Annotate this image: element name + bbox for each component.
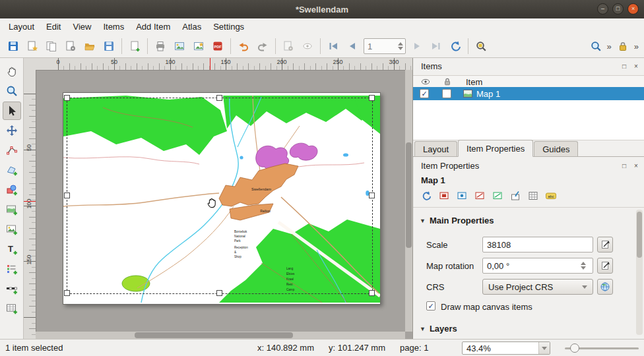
close-button[interactable]: × (628, 3, 639, 15)
scrollbar-thumb[interactable] (406, 142, 412, 248)
menu-view[interactable]: View (67, 20, 97, 34)
resize-handle-nw[interactable] (64, 95, 70, 101)
first-feature-button[interactable] (324, 37, 342, 55)
move-item-content-tool-button[interactable] (3, 121, 21, 140)
add-node-item-tool-button[interactable] (3, 161, 21, 179)
float-panel-button[interactable]: □ (620, 161, 629, 170)
add-picture-tool-button[interactable] (3, 220, 21, 239)
zoom-tools-overflow[interactable]: » (606, 42, 613, 51)
menu-atlas[interactable]: Atlas (176, 20, 207, 34)
tab-item-properties[interactable]: Item Properties (458, 140, 533, 157)
map-rotation-spinbox[interactable]: 0,00 ° (482, 258, 593, 274)
menu-edit[interactable]: Edit (40, 20, 67, 34)
print-button[interactable] (151, 37, 170, 55)
close-panel-button[interactable]: × (631, 161, 641, 170)
next-feature-button[interactable] (408, 37, 426, 55)
add-shape-tool-button[interactable] (3, 181, 21, 199)
edit-nodes-tool-button[interactable] (3, 141, 21, 160)
add-attribute-table-tool-button[interactable] (3, 299, 21, 318)
zoom-full-button[interactable] (472, 37, 490, 55)
view-extent-in-canvas-button[interactable] (454, 188, 470, 204)
main-properties-group-header[interactable]: ▼ Main Properties (420, 216, 494, 225)
resize-handle-w[interactable] (64, 193, 70, 198)
last-feature-button[interactable] (427, 37, 445, 55)
scrollbar-thumb[interactable] (135, 332, 293, 338)
set-extent-from-canvas-button[interactable] (436, 188, 452, 204)
properties-scrollbar[interactable] (636, 210, 643, 335)
lock-panels-button[interactable] (614, 37, 632, 55)
resize-handle-se[interactable] (369, 290, 375, 296)
layout-page[interactable]: Swellendam Railton Bontebok National Par… (63, 92, 381, 305)
add-label-tool-button[interactable]: T (3, 240, 21, 258)
add-scalebar-tool-button[interactable] (3, 280, 21, 298)
scale-data-defined-button[interactable] (597, 237, 613, 252)
canvas-horizontal-scrollbar[interactable] (36, 332, 405, 339)
layout-viewport[interactable]: Swellendam Railton Bontebok National Par… (36, 70, 412, 339)
select-move-item-tool-button[interactable] (3, 102, 21, 120)
resize-handle-s[interactable] (216, 290, 222, 296)
layout-manager-button[interactable] (61, 37, 80, 55)
draw-map-canvas-items-checkbox[interactable]: ✓ (426, 301, 435, 311)
add-map-tool-button[interactable] (3, 200, 21, 219)
maximize-button[interactable]: □ (612, 3, 624, 15)
export-image-button[interactable] (170, 37, 189, 55)
export-pdf-button[interactable]: PDF (209, 37, 227, 55)
grid-settings-button[interactable] (525, 188, 541, 204)
scale-input[interactable]: 38108 (482, 237, 593, 252)
redo-button[interactable] (253, 37, 272, 55)
resize-handle-ne[interactable] (369, 95, 375, 101)
rotation-data-defined-button[interactable] (597, 258, 613, 274)
item-lock-checkbox[interactable] (442, 89, 451, 98)
undo-button[interactable] (234, 37, 253, 55)
refresh-view-button[interactable] (446, 37, 465, 55)
atlas-page-spin[interactable] (398, 42, 406, 50)
new-layout-button[interactable] (23, 37, 42, 55)
previous-feature-button[interactable] (343, 37, 362, 55)
item-row-map1[interactable]: ✓ Map 1 (413, 87, 644, 100)
zoom-slider-handle[interactable] (570, 343, 579, 353)
menu-items[interactable]: Items (97, 20, 130, 34)
zoom-level-combobox[interactable]: 43.4% (462, 341, 550, 355)
save-as-template-button[interactable] (100, 37, 118, 55)
tab-guides[interactable]: Guides (534, 141, 578, 156)
set-canvas-from-scale-button[interactable] (490, 188, 505, 204)
export-svg-button[interactable] (189, 37, 208, 55)
zoom-slider[interactable] (565, 347, 639, 349)
resize-handle-n[interactable] (216, 95, 222, 101)
zoom-dropdown-button[interactable] (538, 342, 550, 354)
close-panel-button[interactable]: × (631, 61, 641, 71)
minimize-button[interactable]: – (597, 3, 608, 15)
zoom-tools-button[interactable] (587, 37, 605, 55)
open-button[interactable] (80, 37, 99, 55)
crs-dropdown[interactable]: Use Project CRS (482, 279, 593, 295)
items-list[interactable]: ✓ Map 1 (413, 87, 644, 140)
add-legend-tool-button[interactable] (3, 260, 21, 278)
float-panel-button[interactable]: □ (620, 61, 629, 71)
add-pages-button[interactable] (125, 37, 144, 55)
menu-layout[interactable]: Layout (3, 20, 40, 34)
crs-select-button[interactable] (597, 279, 613, 295)
update-preview-button[interactable] (418, 188, 434, 204)
resize-handle-e[interactable] (369, 193, 375, 198)
save-button[interactable] (4, 37, 22, 55)
zoom-tool-button[interactable] (3, 82, 21, 100)
preview-atlas-button[interactable] (298, 37, 317, 55)
tab-layout[interactable]: Layout (414, 141, 457, 156)
duplicate-layout-button[interactable] (42, 37, 61, 55)
svg-text:T: T (8, 244, 13, 254)
set-scale-from-canvas-button[interactable] (472, 188, 488, 204)
rotation-spin-buttons[interactable] (581, 262, 589, 270)
item-visibility-checkbox[interactable]: ✓ (420, 89, 429, 98)
menu-add-item[interactable]: Add Item (130, 20, 176, 34)
layers-group-header[interactable]: ▼ Layers (420, 324, 457, 334)
menu-settings[interactable]: Settings (207, 20, 250, 34)
resize-handle-sw[interactable] (64, 290, 70, 296)
atlas-settings-button[interactable] (279, 37, 298, 55)
canvas-vertical-scrollbar[interactable] (405, 70, 412, 332)
interactive-edit-extent-button[interactable] (507, 188, 523, 204)
lock-panels-overflow[interactable]: » (633, 42, 640, 51)
pan-tool-button[interactable] (3, 62, 21, 80)
labeling-settings-button[interactable]: abc (543, 188, 559, 204)
scrollbar-thumb[interactable] (637, 212, 642, 258)
atlas-page-input[interactable] (364, 41, 398, 52)
